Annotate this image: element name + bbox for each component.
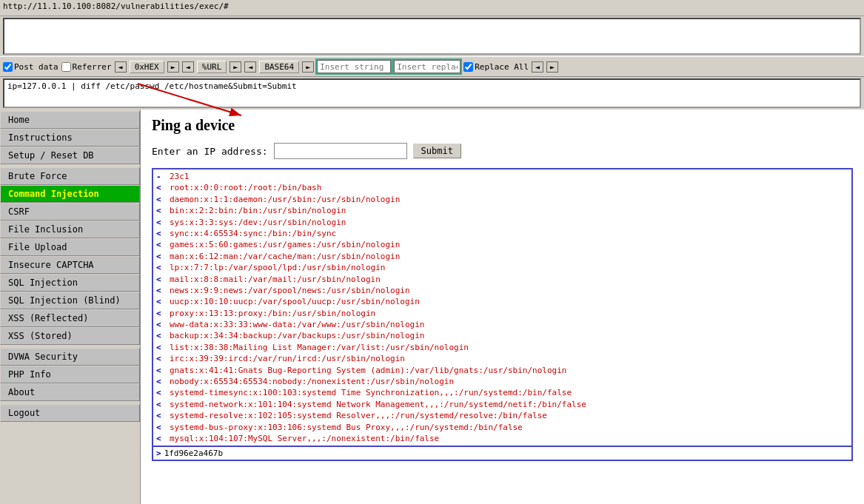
- output-line-12: < proxy:x:13:13:proxy:/bin:/usr/sbin/nol…: [156, 308, 848, 319]
- sidebar-item-setup[interactable]: Setup / Reset DB: [0, 147, 140, 164]
- arrow-left-base64[interactable]: ◄: [244, 61, 256, 73]
- output-text-3: bin:x:2:2:bin:/bin:/usr/sbin/nologin: [170, 205, 346, 216]
- arrow-left-hex[interactable]: ◄: [115, 61, 127, 73]
- sidebar-item-insecure-captcha[interactable]: Insecure CAPTCHA: [0, 256, 140, 274]
- output-text-15: list:x:38:38:Mailing List Manager:/var/l…: [170, 342, 469, 353]
- replace-all-item: Replace All: [463, 62, 529, 72]
- sidebar-item-file-inclusion[interactable]: File Inclusion: [0, 221, 140, 238]
- sidebar-item-command-injection[interactable]: Command Injection: [0, 185, 140, 203]
- sidebar-item-logout[interactable]: Logout: [0, 404, 140, 422]
- sidebar-item-instructions[interactable]: Instructions: [0, 129, 140, 147]
- replace-all-checkbox[interactable]: [463, 62, 473, 72]
- output-line-5: < sync:x:4:65534:sync:/bin:/bin/sync: [156, 228, 848, 239]
- output-text-12: proxy:x:13:13:proxy:/bin:/usr/sbin/nolog…: [170, 308, 375, 319]
- diff-lt-10: <: [156, 285, 168, 296]
- output-line-4: < sys:x:3:3:sys:/dev:/usr/sbin/nologin: [156, 217, 848, 228]
- ip-input[interactable]: [274, 143, 407, 159]
- arrow-right-base64[interactable]: ►: [302, 61, 314, 73]
- referrer-checkbox[interactable]: [61, 62, 71, 72]
- output-line-19: < systemd-timesync:x:100:103:systemd Tim…: [156, 387, 848, 398]
- sidebar-item-csrf[interactable]: CSRF: [0, 203, 140, 221]
- output-area: - 23c1 < root:x:0:0:root:/root:/bin/bash…: [152, 168, 853, 447]
- diff-lt-2: <: [156, 194, 168, 205]
- output-header-text: 23c1: [170, 171, 190, 182]
- sidebar-item-xss-stored[interactable]: XSS (Stored): [0, 327, 140, 345]
- url-btn[interactable]: %URL: [197, 61, 227, 73]
- output-line-7: < man:x:6:12:man:/var/cache/man:/usr/sbi…: [156, 251, 848, 262]
- output-line-17: < gnats:x:41:41:Gnats Bug-Reporting Syst…: [156, 365, 848, 376]
- output-line-22: < systemd-bus-proxy:x:103:106:systemd Bu…: [156, 422, 848, 433]
- output-line-6: < games:x:5:60:games:/usr/games:/usr/sbi…: [156, 239, 848, 250]
- url-text: http://11.1.10.100:8082/vulnerabilities/…: [3, 1, 229, 11]
- output-line-2: < daemon:x:1:1:daemon:/usr/sbin:/usr/sbi…: [156, 194, 848, 205]
- insert-replace-input[interactable]: [394, 60, 461, 73]
- diff-lt-16: <: [156, 353, 168, 364]
- output-footer: > 1fd96e2a467b: [152, 447, 853, 461]
- output-line-23: < mysql:x:104:107:MySQL Server,,,:/nonex…: [156, 433, 848, 444]
- diff-lt-15: <: [156, 342, 168, 353]
- sidebar-item-php-info[interactable]: PHP Info: [0, 366, 140, 383]
- arrow-right-hex[interactable]: ►: [167, 61, 179, 73]
- output-text-17: gnats:x:41:41:Gnats Bug-Reporting System…: [170, 365, 566, 376]
- diff-lt-18: <: [156, 376, 168, 387]
- sidebar-item-file-upload[interactable]: File Upload: [0, 238, 140, 256]
- post-data-area: ip=127.0.0.1 | diff /etc/passwd /etc/hos…: [3, 78, 861, 108]
- post-data-checkbox-item: Post data: [3, 62, 58, 72]
- output-text-10: news:x:9:9:news:/var/spool/news:/usr/sbi…: [170, 285, 410, 296]
- post-data-checkbox[interactable]: [3, 62, 13, 72]
- output-line-11: < uucp:x:10:10:uucp:/var/spool/uucp:/usr…: [156, 296, 848, 307]
- diff-lt-5: <: [156, 228, 168, 239]
- output-line-15: < list:x:38:38:Mailing List Manager:/var…: [156, 342, 848, 353]
- output-line-9: < mail:x:8:8:mail:/var/mail:/usr/sbin/no…: [156, 274, 848, 285]
- page-title: Ping a device: [152, 117, 853, 134]
- output-line-1: < root:x:0:0:root:/root:/bin/bash: [156, 182, 848, 193]
- arrow-right-url[interactable]: ►: [230, 61, 241, 73]
- referrer-checkbox-item: Referrer: [61, 62, 112, 72]
- output-text-22: systemd-bus-proxy:x:103:106:systemd Bus …: [170, 422, 523, 433]
- diff-lt-13: <: [156, 319, 168, 330]
- base64-btn[interactable]: BASE64: [259, 61, 299, 73]
- diff-lt-3: <: [156, 205, 168, 216]
- sidebar-item-xss-reflected[interactable]: XSS (Reflected): [0, 309, 140, 327]
- output-line-14: < backup:x:34:34:backup:/var/backups:/us…: [156, 330, 848, 341]
- toolbar: Post data Referrer ◄ 0xHEX ► ◄ %URL ► ◄ …: [0, 56, 864, 77]
- output-text-5: sync:x:4:65534:sync:/bin:/bin/sync: [170, 228, 336, 239]
- output-text-8: lp:x:7:7:lp:/var/spool/lpd:/usr/sbin/nol…: [170, 262, 385, 273]
- arrow-left-replace[interactable]: ◄: [532, 61, 543, 73]
- hex-btn[interactable]: 0xHEX: [130, 61, 164, 73]
- diff-lt-1: <: [156, 182, 168, 193]
- diff-lt-14: <: [156, 330, 168, 341]
- output-line-16: < irc:x:39:39:ircd:/var/run/ircd:/usr/sb…: [156, 353, 848, 364]
- sidebar-item-sql-injection-blind[interactable]: SQL Injection (Blind): [0, 292, 140, 309]
- output-text-18: nobody:x:65534:65534:nobody:/nonexistent…: [170, 376, 454, 387]
- output-line-8: < lp:x:7:7:lp:/var/spool/lpd:/usr/sbin/n…: [156, 262, 848, 273]
- insert-string-input[interactable]: [317, 60, 391, 73]
- sidebar-item-about[interactable]: About: [0, 383, 140, 401]
- sidebar-item-dvwa-security[interactable]: DVWA Security: [0, 348, 140, 366]
- sidebar-item-brute-force[interactable]: Brute Force: [0, 167, 140, 185]
- output-text-6: games:x:5:60:games:/usr/games:/usr/sbin/…: [170, 239, 400, 250]
- sidebar-item-home[interactable]: Home: [0, 111, 140, 129]
- footer-arrow-marker: >: [156, 448, 161, 458]
- output-text-23: mysql:x:104:107:MySQL Server,,,:/nonexis…: [170, 433, 439, 444]
- output-text-16: irc:x:39:39:ircd:/var/run/ircd:/usr/sbin…: [170, 353, 405, 364]
- output-line-20: < systemd-network:x:101:104:systemd Netw…: [156, 399, 848, 410]
- footer-hash: 1fd96e2a467b: [164, 448, 223, 458]
- output-line-10: < news:x:9:9:news:/var/spool/news:/usr/s…: [156, 285, 848, 296]
- arrow-right-replace[interactable]: ►: [546, 61, 558, 73]
- post-data-label: Post data: [14, 62, 58, 72]
- output-text-19: systemd-timesync:x:100:103:systemd Time …: [170, 387, 572, 398]
- submit-button[interactable]: Submit: [413, 144, 461, 158]
- output-text-11: uucp:x:10:10:uucp:/var/spool/uucp:/usr/s…: [170, 296, 420, 307]
- sidebar-item-sql-injection[interactable]: SQL Injection: [0, 274, 140, 292]
- output-text-7: man:x:6:12:man:/var/cache/man:/usr/sbin/…: [170, 251, 400, 262]
- output-line-13: < www-data:x:33:33:www-data:/var/www:/us…: [156, 319, 848, 330]
- diff-lt-7: <: [156, 251, 168, 262]
- output-text-4: sys:x:3:3:sys:/dev:/usr/sbin/nologin: [170, 217, 346, 228]
- arrow-left-url[interactable]: ◄: [182, 61, 194, 73]
- main-content: Home Instructions Setup / Reset DB Brute…: [0, 110, 864, 504]
- output-line-18: < nobody:x:65534:65534:nobody:/nonexiste…: [156, 376, 848, 387]
- diff-lt-9: <: [156, 274, 168, 285]
- diff-lt-23: <: [156, 433, 168, 444]
- ip-label: Enter an IP address:: [152, 146, 268, 157]
